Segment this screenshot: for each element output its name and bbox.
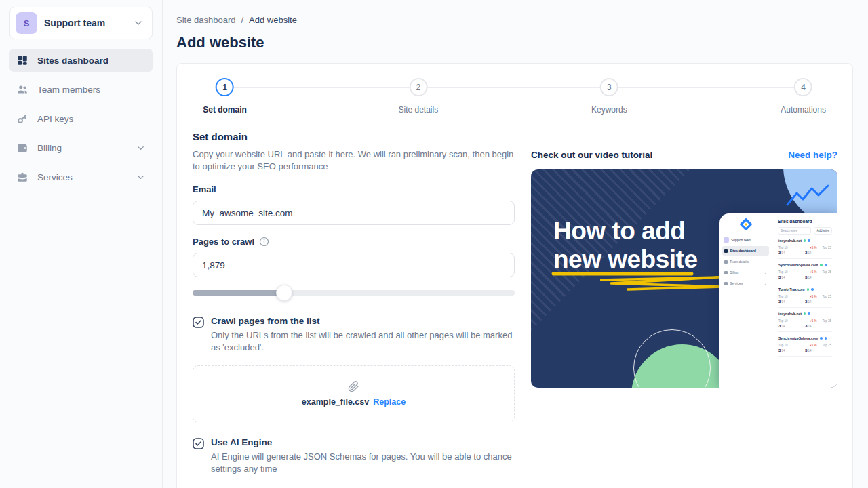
pages-label-text: Pages to crawl [193,237,254,247]
step-automations[interactable]: 4 Automations [781,78,826,115]
mini-nav-team-details: Team details [722,257,769,266]
mini-value-total: /14 [781,251,785,255]
ai-engine-description: AI Engine will generate JSON Schemas for… [211,451,515,475]
ai-engine-checkbox-group: Use AI Engine AI Engine will generate JS… [193,437,515,475]
sidebar-item-api-keys[interactable]: API keys [9,107,153,130]
pages-slider [193,285,515,301]
file-upload-dropzone[interactable]: example_file.csvReplace [193,365,515,422]
breadcrumb-site-dashboard[interactable]: Site dashboard [176,15,235,25]
mini-value-total: /14 [807,349,811,352]
hero-line-2: new website [553,245,697,274]
hero-text: How to add new website [553,217,697,274]
briefcase-icon [16,171,28,183]
section-description: Copy your website URL and paste it here.… [193,148,515,173]
team-selector[interactable]: S Support team [9,7,153,39]
need-help-link[interactable]: Need help? [788,150,837,160]
step-set-domain[interactable]: 1 Set domain [203,78,247,115]
step-site-details[interactable]: 2 Site details [398,78,438,115]
yellow-underline-decoration [551,271,734,296]
mini-value-total: /14 [781,325,785,328]
info-icon[interactable] [259,237,269,247]
sidebar-item-billing[interactable]: Billing [9,136,153,159]
sidebar-item-sites-dashboard[interactable]: Sites dashboard [9,49,153,72]
ai-engine-text: Use AI Engine AI Engine will generate JS… [211,437,515,475]
replace-file-link[interactable]: Replace [373,397,406,407]
mini-nav-label: Billing [730,270,762,274]
pages-to-crawl-label: Pages to crawl [193,237,515,247]
pages-to-crawl-field[interactable] [193,253,515,277]
crawl-list-text: Crawl pages from the list Only the URLs … [211,316,515,354]
mini-team-selector: Support team ⌄ [722,235,769,245]
step-keywords[interactable]: 3 Keywords [591,78,627,115]
upload-file-row: example_file.csvReplace [302,397,406,407]
mini-logo-icon [722,217,769,232]
step-label: Site details [398,105,438,115]
sidebar-item-services[interactable]: Services [9,165,153,188]
crawl-list-checkbox[interactable] [193,317,204,354]
sidebar-item-label: API keys [37,114,73,124]
sidebar-item-team-members[interactable]: Team members [9,78,153,101]
mini-stat-delta: +5 % [810,270,816,274]
mini-site-name: SynchronizeSphere.com [778,263,818,267]
mini-value-total: /14 [807,325,811,328]
mini-value-total: /14 [781,300,785,304]
video-header: Check out our video tutorial Need help? [531,150,837,160]
mini-chevron-icon: ⌄ [765,238,768,242]
chevron-down-icon [136,172,146,182]
paperclip-icon [348,381,359,392]
mini-stat-delta: +5 % [810,295,816,298]
mini-site-name: SynchronizeSphere.com [778,336,818,340]
mini-stat-left: Top 10 [778,270,810,274]
mini-value-total: /14 [807,300,811,304]
chart-zigzag-icon [786,184,831,210]
slider-thumb[interactable] [276,285,292,301]
people-icon [16,83,28,96]
sidebar-item-label: Services [37,172,73,182]
email-label-text: Email [193,184,216,195]
sidebar-item-label: Billing [37,143,62,153]
status-dot [825,337,827,340]
mini-site-card: SynchronizeSphere.com Top 10+5 %Top 25 3… [778,259,832,283]
mini-stat-right: Top 25 [822,295,831,298]
page-title: Add website [176,34,853,52]
ai-engine-label[interactable]: Use AI Engine [211,437,515,447]
video-column: Check out our video tutorial Need help? … [531,131,837,475]
mini-stat-right: Top 25 [822,344,831,347]
mini-value-total: /14 [781,276,785,279]
mini-stat-delta: +5 % [810,344,816,347]
mini-stat-left: Top 10 [778,295,810,298]
mini-search-row: Search sites Add sites [778,227,832,235]
form-column: Set domain Copy your website URL and pas… [193,131,515,475]
key-icon [16,113,28,125]
mini-stat-right: Top 25 [822,270,831,274]
mini-stat-right: Top 25 [822,246,831,249]
card-body: Set domain Copy your website URL and pas… [193,131,837,475]
status-dot [808,312,810,315]
mini-stat-left: Top 10 [778,344,810,347]
step-circle: 2 [409,78,427,96]
video-thumbnail[interactable]: How to add new website [531,169,837,388]
mini-add-sites-button: Add sites [814,227,832,235]
mini-chevron-icon: ⌄ [764,270,767,274]
crawl-list-description: Only the URLs from the list will be craw… [211,329,515,354]
main-content: Site dashboard / Add website Add website… [163,0,868,488]
section-title: Set domain [193,131,515,142]
status-dot [808,239,810,242]
ai-engine-checkbox[interactable] [193,438,204,475]
mini-stat-delta: +5 % [810,319,816,323]
step-label: Automations [781,105,826,115]
chevron-down-icon [136,143,146,153]
email-field[interactable] [193,201,515,225]
mini-stat-right: Top 25 [822,319,831,323]
mini-team-avatar [724,237,729,243]
mini-nav-label: Sites dashboard [730,249,767,253]
mini-site-card: TunebrTrax.com Top 10+5 %Top 25 3/143/14 [778,283,832,308]
mini-chevron-icon: ⌄ [764,281,767,285]
mini-heading: Sites dashboard [778,219,832,224]
mini-nav-icon [724,249,728,253]
team-name: Support team [44,18,126,28]
crawl-list-label[interactable]: Crawl pages from the list [211,316,515,326]
mini-stat-delta: +5 % [810,246,816,249]
mini-nav-icon [724,260,728,264]
mini-value-total: /14 [807,276,811,279]
